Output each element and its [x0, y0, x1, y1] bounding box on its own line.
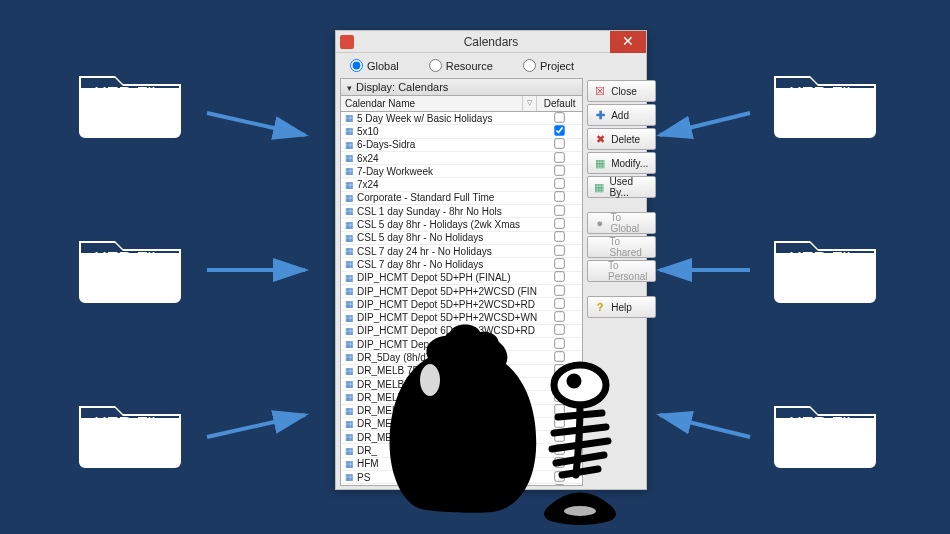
folder-label: XER File — [55, 84, 205, 105]
calendar-icon: ▦ — [341, 193, 357, 203]
folder-label: XER File — [55, 414, 205, 435]
svg-point-9 — [564, 506, 596, 516]
calendar-icon: ▦ — [341, 352, 357, 362]
calendar-name: 6x24 — [357, 153, 537, 164]
fish-skeleton-icon — [530, 355, 660, 527]
xer-folder: XER File — [750, 225, 900, 345]
scope-radio-group: Global Resource Project — [336, 53, 646, 76]
folder-label: XER File — [750, 84, 900, 105]
calendar-icon: ▦ — [341, 326, 357, 336]
add-icon: ✚ — [592, 109, 608, 122]
arrow-right-icon — [205, 405, 315, 445]
calendar-icon: ▦ — [341, 206, 357, 216]
calendar-name: DIP_HCMT Depot 5D+PH (FINAL) — [357, 272, 537, 283]
folder-label: XER File — [750, 249, 900, 270]
xer-folder: XER File — [750, 390, 900, 510]
calendar-icon: ▦ — [341, 379, 357, 389]
calendar-icon: ▦ — [341, 180, 357, 190]
used-by-button[interactable]: ▦Used By... — [587, 176, 655, 198]
globe-icon: ● — [592, 217, 607, 229]
trash-bag-icon — [380, 310, 550, 522]
svg-line-0 — [207, 113, 305, 135]
calendar-icon: ▦ — [341, 126, 357, 136]
col-header-name[interactable]: Calendar Name — [341, 96, 523, 111]
svg-line-3 — [660, 113, 750, 135]
delete-icon: ✖ — [592, 133, 608, 146]
calendar-name: 5 Day Week w/ Basic Holidays — [357, 113, 537, 124]
calendar-icon: ▦ — [341, 299, 357, 309]
calendar-icon: ▦ — [341, 246, 357, 256]
calendar-name: CSL 7 day 24 hr - No Holidays — [357, 246, 537, 257]
calendar-icon: ▦ — [341, 166, 357, 176]
window-close-button[interactable]: ✕ — [610, 31, 646, 53]
to-personal-button: To Personal — [587, 260, 655, 282]
dialog-title: Calendars — [464, 35, 519, 49]
app-icon — [340, 35, 354, 49]
arrow-right-icon — [205, 105, 315, 145]
help-button[interactable]: ?Help — [587, 296, 655, 318]
to-shared-button: To Shared — [587, 236, 655, 258]
calendar-icon: ▦ — [341, 392, 357, 402]
arrow-left-icon — [655, 255, 755, 285]
calendar-name: CSL 5 day 8hr - No Holidays — [357, 232, 537, 243]
folder-label: XER File — [55, 249, 205, 270]
svg-point-8 — [570, 377, 578, 385]
calendar-icon: ▦ — [341, 366, 357, 376]
calendar-icon: ▦ — [341, 113, 357, 123]
calendar-icon: ▦ — [341, 432, 357, 442]
calendar-icon: ▦ — [341, 259, 357, 269]
calendar-icon: ▦ — [341, 140, 357, 150]
used-by-icon: ▦ — [592, 181, 606, 194]
folder-label: XER File — [750, 414, 900, 435]
close-icon: ✕ — [622, 33, 634, 49]
modify-button[interactable]: ▦Modify... — [587, 152, 655, 174]
calendar-icon: ▦ — [341, 220, 357, 230]
scope-global-radio[interactable]: Global — [350, 59, 399, 72]
arrow-left-icon — [655, 405, 755, 445]
help-icon: ? — [592, 301, 608, 313]
xer-folder: XER File — [55, 390, 205, 510]
to-global-button: ●To Global — [587, 212, 655, 234]
chevron-down-icon: ▾ — [347, 83, 352, 93]
arrow-left-icon — [655, 105, 755, 145]
calendar-icon: ▦ — [341, 233, 357, 243]
display-dropdown[interactable]: ▾Display: Calendars — [341, 79, 582, 96]
arrow-right-icon — [205, 255, 315, 285]
svg-point-6 — [420, 364, 440, 396]
calendar-name: DIP_HCMT Depot 5D+PH+2WCSD (FIN — [357, 286, 537, 297]
svg-line-2 — [207, 415, 305, 437]
scope-project-radio[interactable]: Project — [523, 59, 574, 72]
calendar-icon: ▦ — [341, 286, 357, 296]
calendar-name: 7-Day Workweek — [357, 166, 537, 177]
dialog-titlebar[interactable]: Calendars ✕ — [336, 31, 646, 53]
calendar-icon: ▦ — [341, 446, 357, 456]
calendar-name: CSL 7 day 8hr - No Holidays — [357, 259, 537, 270]
calendar-name: 5x10 — [357, 126, 537, 137]
sort-indicator-icon[interactable]: ▽ — [523, 96, 537, 111]
calendar-name: Corporate - Standard Full Time — [357, 192, 537, 203]
close-icon: ☒ — [592, 85, 608, 98]
calendar-name: DIP_HCMT Depot 5D+PH+2WCSD+RD — [357, 299, 537, 310]
delete-button[interactable]: ✖Delete — [587, 128, 655, 150]
scope-resource-radio[interactable]: Resource — [429, 59, 493, 72]
calendar-name: 6-Days-Sidra — [357, 139, 537, 150]
xer-folder: XER File — [55, 60, 205, 180]
close-button[interactable]: ☒Close — [587, 80, 655, 102]
calendar-icon: ▦ — [341, 313, 357, 323]
calendar-icon: ▦ — [341, 459, 357, 469]
calendar-icon: ▦ — [341, 153, 357, 163]
calendar-name: 7x24 — [357, 179, 537, 190]
xer-folder: XER File — [750, 60, 900, 180]
calendar-name: CSL 1 day Sunday - 8hr No Hols — [357, 206, 537, 217]
calendar-icon: ▦ — [341, 273, 357, 283]
xer-folder: XER File — [55, 225, 205, 345]
calendar-icon: ▦ — [341, 406, 357, 416]
calendar-icon: ▦ — [341, 339, 357, 349]
calendar-icon: ▦ — [341, 419, 357, 429]
col-header-default[interactable]: Default — [537, 96, 582, 111]
calendar-icon: ▦ — [341, 472, 357, 482]
add-button[interactable]: ✚Add — [587, 104, 655, 126]
column-headers[interactable]: Calendar Name ▽ Default — [341, 96, 582, 112]
modify-icon: ▦ — [592, 157, 608, 170]
svg-line-5 — [660, 415, 750, 437]
